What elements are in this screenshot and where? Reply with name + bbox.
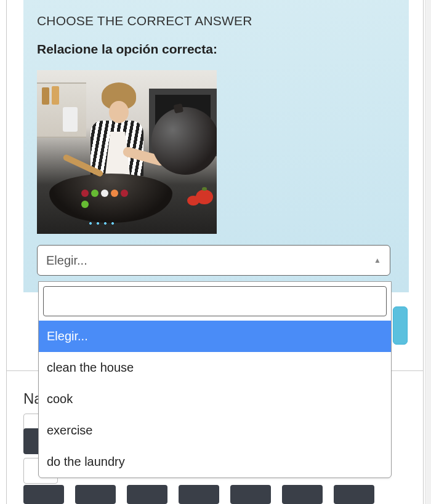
dropdown-option[interactable]: do the laundry	[39, 446, 391, 478]
nav-button[interactable]	[282, 485, 323, 504]
question-prompt: Relacione la opción correcta:	[37, 42, 395, 57]
nav-button[interactable]	[334, 485, 374, 504]
dropdown-option[interactable]: exercise	[39, 415, 391, 446]
nav-button[interactable]	[230, 485, 271, 504]
nav-button[interactable]	[75, 485, 116, 504]
scrollbar[interactable]	[425, 0, 431, 504]
submit-button[interactable]	[393, 306, 408, 345]
nav-button[interactable]	[127, 485, 167, 504]
dropdown-option[interactable]: clean the house	[39, 352, 391, 383]
instruction-text: CHOOSE THE CORRECT ANSWER	[37, 14, 395, 28]
answer-dropdown-panel: Elegir... clean the house cook exercise …	[38, 281, 392, 478]
dropdown-option-placeholder[interactable]: Elegir...	[39, 321, 391, 352]
answer-select[interactable]: Elegir... ▲	[37, 245, 390, 276]
question-card: CHOOSE THE CORRECT ANSWER Relacione la o…	[23, 0, 409, 292]
answer-select-label: Elegir...	[46, 254, 87, 268]
nav-row-d	[23, 485, 374, 504]
nav-button[interactable]	[179, 485, 219, 504]
dropdown-search-input[interactable]	[43, 286, 387, 316]
dropdown-option[interactable]: cook	[39, 383, 391, 415]
dropdown-option-list: Elegir... clean the house cook exercise …	[39, 321, 391, 478]
question-image	[37, 70, 217, 234]
nav-button[interactable]	[23, 485, 64, 504]
chevron-up-icon: ▲	[374, 256, 381, 265]
